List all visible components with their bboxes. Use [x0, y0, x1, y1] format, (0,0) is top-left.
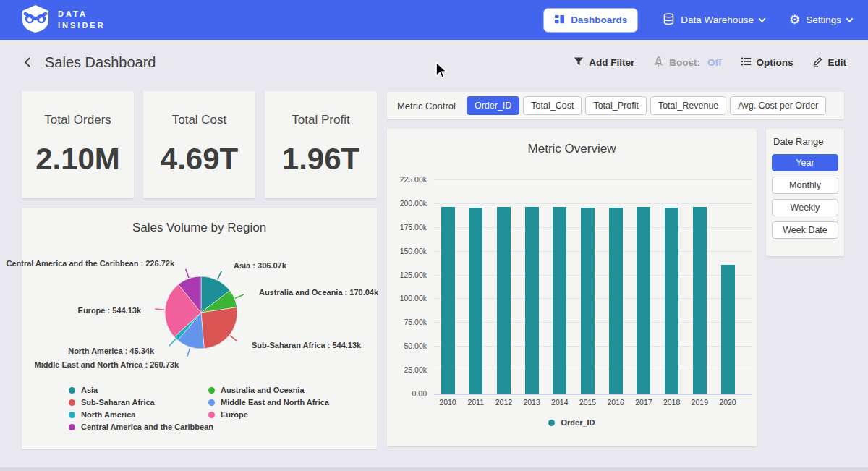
pie-callout-north-america: North America : 45.34k: [68, 347, 154, 355]
pie-callout-middle-east: Middle East and North Africa : 260.73k: [35, 360, 179, 369]
legend-item-middle-east: Middle East and North Africa: [208, 398, 329, 407]
metric-option-total-cost[interactable]: Total_Cost: [523, 96, 582, 115]
settings-menu[interactable]: ⚙ Settings: [789, 14, 852, 26]
legend-item-australia-oceania: Australia and Oceania: [208, 386, 329, 394]
bar-2017[interactable]: [637, 207, 650, 394]
gridline: [434, 179, 752, 180]
pie-legend-column-2: Australia and Oceania Middle East and No…: [208, 386, 329, 419]
bar-2012[interactable]: [497, 207, 511, 394]
data-warehouse-menu[interactable]: Data Warehouse: [663, 13, 765, 27]
legend-dot: [208, 387, 215, 394]
pie-chart-card: Sales Volume by Region Central America a…: [22, 208, 377, 449]
metric-control-label: Metric Control: [397, 101, 456, 111]
kpi-card-total-cost: Total Cost 4.69T: [143, 91, 255, 198]
y-axis-tick: 50.00k: [387, 341, 427, 350]
add-filter-button[interactable]: Add Filter: [574, 56, 634, 69]
brand-name: DATA INSIDER: [58, 9, 106, 32]
bar-2016[interactable]: [609, 208, 623, 394]
app-root: DATA INSIDER Dashboards: [0, 0, 868, 471]
dashboards-button[interactable]: Dashboards: [543, 8, 638, 33]
edit-button[interactable]: Edit: [812, 56, 847, 69]
date-range-label: Date Range: [773, 136, 838, 147]
y-axis-tick: 200.00k: [387, 199, 427, 208]
x-axis-tick: 2020: [714, 398, 741, 407]
date-range-monthly-button[interactable]: Monthly: [772, 177, 838, 194]
x-axis-tick: 2015: [574, 398, 602, 407]
kpi-label: Total Orders: [44, 113, 111, 127]
x-axis-tick: 2014: [546, 398, 574, 407]
legend-item-europe: Europe: [208, 410, 329, 419]
metric-option-total-revenue[interactable]: Total_Revenue: [650, 96, 726, 115]
pie-callout-europe: Europe : 544.13k: [78, 306, 141, 315]
boost-toggle[interactable]: Boost:Off: [653, 56, 721, 69]
legend-dot: [69, 387, 75, 394]
kpi-value: 1.96T: [282, 142, 359, 177]
legend-dot: [548, 420, 555, 426]
x-axis-tick: 2013: [518, 398, 545, 407]
owl-logo-icon: [20, 4, 51, 36]
options-button[interactable]: Options: [741, 56, 793, 69]
legend-item-central-america: Central America and the Caribbean: [69, 423, 213, 431]
navbar-menu: Dashboards Data Warehouse ⚙ Settings: [543, 8, 852, 33]
chevron-down-icon: [846, 15, 854, 22]
pie-legend-column-1: Asia Sub-Saharan Africa North America Ce…: [69, 386, 213, 431]
x-axis-tick: 2016: [602, 398, 629, 407]
kpi-card-total-profit: Total Profit 1.96T: [265, 91, 377, 198]
pie-callout-asia: Asia : 306.07k: [234, 261, 286, 270]
kpi-value: 4.69T: [161, 142, 238, 177]
pie-callout-central-america: Central America and the Caribbean : 226.…: [6, 259, 174, 268]
pie-callout-sub-saharan-africa: Sub-Saharan Africa : 544.13k: [252, 341, 361, 349]
date-range-panel: Date Range Year Monthly Weekly Week Date: [766, 129, 844, 256]
metric-option-order-id[interactable]: Order_ID: [467, 96, 519, 115]
y-axis-tick: 25.00k: [387, 365, 427, 374]
legend-dot: [69, 424, 75, 430]
bar-2014[interactable]: [553, 207, 566, 394]
back-button[interactable]: [22, 55, 33, 69]
header-actions: Add Filter Boost:Off: [574, 56, 846, 69]
legend-dot: [69, 412, 75, 418]
date-range-week-date-button[interactable]: Week Date: [772, 221, 838, 239]
kpi-label: Total Cost: [172, 113, 227, 127]
y-axis-tick: 125.00k: [387, 271, 427, 279]
x-axis-tick: 2012: [490, 398, 517, 407]
gridline: [434, 394, 752, 395]
bar-2020[interactable]: [721, 265, 735, 394]
bar-2019[interactable]: [693, 207, 707, 394]
bar-2018[interactable]: [665, 208, 678, 394]
bar-2010[interactable]: [441, 207, 455, 394]
legend-dot: [208, 412, 215, 418]
dashboard-grid-icon: [554, 14, 565, 27]
brand-logo[interactable]: DATA INSIDER: [20, 4, 106, 36]
bar-2013[interactable]: [525, 207, 539, 394]
x-axis-tick: 2017: [630, 398, 658, 407]
legend-dot: [69, 399, 75, 406]
rocket-icon: [653, 56, 664, 69]
x-axis-tick: 2011: [462, 398, 490, 407]
bottom-edge: [0, 467, 868, 471]
gridline: [434, 203, 752, 204]
x-axis-tick: 2018: [658, 398, 686, 407]
date-range-weekly-button[interactable]: Weekly: [772, 199, 838, 216]
x-axis-tick: 2019: [686, 398, 713, 407]
metric-option-avg-cost-per-order[interactable]: Avg. Cost per Order: [730, 96, 826, 115]
pencil-icon: [812, 56, 823, 69]
legend-item-asia: Asia: [69, 386, 213, 394]
bar-chart-card: Metric Overview Order_ID 0.0025.00k50.00…: [387, 129, 757, 446]
y-axis-tick: 0.00: [387, 389, 427, 398]
bar-2015[interactable]: [581, 208, 595, 394]
x-axis-tick: 2010: [434, 398, 461, 407]
date-range-year-button[interactable]: Year: [772, 154, 838, 171]
kpi-card-total-orders: Total Orders 2.10M: [22, 91, 134, 198]
database-icon: [663, 13, 675, 27]
legend-item-north-america: North America: [69, 410, 213, 419]
kpi-label: Total Profit: [292, 113, 349, 127]
filter-funnel-icon: [574, 56, 584, 69]
legend-item-sub-saharan-africa: Sub-Saharan Africa: [69, 398, 213, 407]
y-axis-tick: 75.00k: [387, 318, 427, 326]
bar-chart-legend: Order_ID: [387, 418, 757, 427]
kpi-value: 2.10M: [35, 142, 120, 177]
metric-option-total-profit[interactable]: Total_Profit: [585, 96, 647, 115]
bar-2011[interactable]: [469, 208, 482, 394]
gear-icon: ⚙: [789, 14, 800, 26]
pie-callout-australia-oceania: Australia and Oceania : 170.04k: [259, 288, 378, 297]
